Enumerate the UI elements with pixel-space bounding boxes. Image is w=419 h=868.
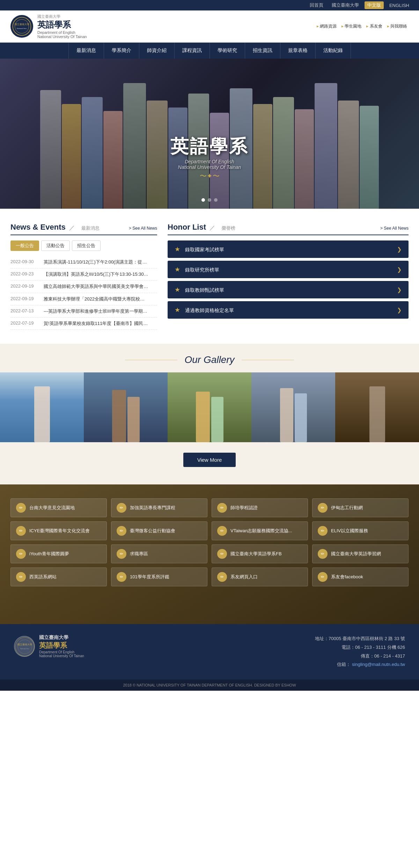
honor-btn-0[interactable]: ★ 錄取國家考試榜單 ❯ [168, 240, 409, 258]
gallery-img-1[interactable] [84, 372, 168, 442]
footer-bottom: 2018 © NATIONAL UNIVERSITY OF TAINAN DEP… [0, 680, 419, 691]
news-text-3: 雅東科技大學辦理「2022全國高中職暨大專院校臺灣礼専題報介紹獎/日文獎報比..… [44, 296, 148, 302]
footer-logo-circle: 國立臺南大學 National Univ. [14, 636, 35, 657]
hero-dot-2[interactable] [208, 198, 211, 202]
link-item-10[interactable]: ✏ 國立臺南大學英語學系FB [212, 544, 308, 563]
link-label-5: 臺灣微客公益行動協會 [130, 528, 175, 534]
news-date-3: 2022-09-19 [10, 296, 40, 302]
link-item-7[interactable]: ✏ ELIV以立國際服務 [312, 521, 409, 540]
svg-point-4 [15, 637, 34, 656]
footer-school-en: National University Of Tainan [39, 654, 84, 658]
link-label-10: 國立臺南大學英語學系FB [230, 551, 282, 557]
link-item-0[interactable]: ✏ 台南大學意見交流園地 [10, 498, 107, 517]
star-icon-3: ★ [175, 306, 180, 313]
link-item-1[interactable]: ✏ 加強英語專長專門課程 [111, 498, 207, 517]
link-label-11: 國立臺南大學英語學習網 [331, 551, 381, 557]
news-tab-2[interactable]: 招生公告 [72, 240, 101, 251]
link-label-0: 台南大學意見交流園地 [29, 505, 75, 511]
footer-logo: 國立臺南大學 National Univ. 國立臺南大學 英語學系 Depart… [14, 635, 84, 658]
link-item-3[interactable]: ✏ 伊甸志工行動網 [312, 498, 409, 517]
news-list: 2022-09-30 英語系演講-111/10/12(三)下午2:00(演講主題… [10, 256, 157, 330]
link-item-9[interactable]: ✏ 求職專區 [111, 544, 207, 563]
gallery-img-0[interactable] [0, 372, 84, 442]
news-item-2[interactable]: 2022-09-19 國立高雄師範大學英語系與中華民國英美文學學會共同主辦第30… [10, 281, 157, 293]
gallery-title: Our Gallery [184, 354, 234, 365]
link-item-15[interactable]: ✏ 系友會facebook [312, 567, 409, 586]
honor-btn-3[interactable]: ★ 通過教師資格檢定名單 ❯ [168, 301, 409, 319]
footer: 國立臺南大學 National Univ. 國立臺南大學 英語學系 Depart… [0, 624, 419, 680]
link-item-2[interactable]: ✏ 師培學程認證 [212, 498, 308, 517]
hero-section: 英語學系 Department Of English National Univ… [0, 59, 419, 209]
nav-item-3[interactable]: 課程資訊 [175, 43, 210, 59]
news-item-1[interactable]: 2022-09-23 【演講取消】英語系之III/10/5(三)下午13:30-… [10, 268, 157, 281]
honor-list: ★ 錄取國家考試榜單 ❯ ★ 錄取研究所榜單 ❯ ★ 錄取教師甄試榜單 ❯ [168, 240, 409, 319]
link-label-7: ELIV以立國際服務 [331, 528, 368, 534]
topbar-home[interactable]: 回首頁 [307, 1, 326, 9]
link-label-3: 伊甸志工行動網 [331, 505, 363, 511]
link-item-6[interactable]: ✏ VTaiwan志願服務國際交流協... [212, 521, 308, 540]
quick-link-2[interactable]: 系友會 [365, 23, 383, 30]
news-title: News & Events [10, 223, 66, 231]
gallery-divider-right [242, 360, 294, 360]
news-item-0[interactable]: 2022-09-30 英語系演講-111/10/12(三)下午2:00(演講主題… [10, 256, 157, 268]
news-separator: ／ [69, 225, 75, 231]
topbar-en[interactable]: ENGLISH [387, 2, 412, 9]
view-more-button[interactable]: View More [183, 453, 236, 467]
honor-btn-2[interactable]: ★ 錄取教師甄試榜單 ❯ [168, 281, 409, 298]
link-icon-7: ✏ [318, 526, 328, 536]
topbar-zh[interactable]: 中文版 [365, 1, 384, 9]
hero-dot-3[interactable] [214, 198, 218, 202]
honor-btn-arrow-2: ❯ [397, 287, 402, 293]
logo-text: 國立臺南大學 英語學系 Department of English Nation… [37, 14, 87, 39]
gallery-img-4[interactable] [335, 372, 419, 442]
link-icon-8: ✏ [16, 549, 26, 559]
nav-item-5[interactable]: 招生資訊 [245, 43, 280, 59]
hero-decoration: 〜✦〜 [170, 171, 249, 181]
hero-dot-1[interactable] [201, 198, 205, 202]
link-item-13[interactable]: ✏ 101學年度系所評鑑 [111, 567, 207, 586]
news-item-4[interactable]: 2022-07-13 ---英語學系大學部和進修學士班III學年度第一學期課表公… [10, 305, 157, 318]
link-item-11[interactable]: ✏ 國立臺南大學英語學習網 [312, 544, 409, 563]
header-links: 網路資源 學生園地 系友會 與我聯絡 [315, 23, 409, 30]
gallery-img-2[interactable] [168, 372, 251, 442]
footer-email-link[interactable]: singling@mail.nutn.edu.tw [352, 662, 405, 667]
footer-email-label: 信箱： [337, 662, 351, 667]
link-label-12: 西英語系網站 [29, 574, 57, 580]
nav-item-2[interactable]: 師資介紹 [139, 43, 175, 59]
nav-item-6[interactable]: 規章表格 [280, 43, 316, 59]
link-item-12[interactable]: ✏ 西英語系網站 [10, 567, 107, 586]
news-item-3[interactable]: 2022-09-19 雅東科技大學辦理「2022全國高中職暨大專院校臺灣礼専題報… [10, 293, 157, 305]
honor-see-all[interactable]: > See All News [380, 226, 409, 231]
nav-item-0[interactable]: 最新消息 [68, 43, 104, 59]
news-see-all[interactable]: > See All News [129, 226, 157, 231]
star-icon-1: ★ [175, 266, 180, 273]
nav-item-7[interactable]: 活動紀錄 [316, 43, 351, 59]
link-item-14[interactable]: ✏ 系友網頁入口 [212, 567, 308, 586]
honor-btn-content-2: ★ 錄取教師甄試榜單 [175, 286, 224, 294]
link-icon-2: ✏ [217, 503, 227, 513]
link-item-4[interactable]: ✏ ICYE臺灣國際青年文化交流會 [10, 521, 107, 540]
hero-subtitle: Department Of English [170, 159, 249, 164]
topbar-school[interactable]: 國立臺南大學 [329, 1, 362, 9]
gallery-img-3[interactable] [251, 372, 335, 442]
honor-btn-label-3: 通過教師資格檢定名單 [185, 307, 234, 313]
link-icon-14: ✏ [217, 572, 227, 582]
footer-info: 地址：70005 臺南市中西區樹林街 2 路 33 號 電話：06 - 213 … [315, 635, 405, 669]
nav-item-1[interactable]: 學系簡介 [104, 43, 139, 59]
copyright-text: 2018 © NATIONAL UNIVERSITY OF TAINAN DEP… [123, 683, 296, 687]
link-icon-11: ✏ [318, 549, 328, 559]
honor-btn-1[interactable]: ★ 錄取研究所榜單 ❯ [168, 261, 409, 278]
quick-link-1[interactable]: 學生園地 [340, 23, 363, 30]
quick-link-0[interactable]: 網路資源 [315, 23, 338, 30]
news-tab-0[interactable]: 一般公告 [10, 240, 39, 251]
links-section: ✏ 台南大學意見交流園地 ✏ 加強英語專長專門課程 ✏ 師培學程認證 ✏ 伊甸志… [0, 484, 419, 624]
news-item-5[interactable]: 2022-07-19 賀!英語學系畢業校友錄取111年度【臺南市】國民小學教師甄… [10, 318, 157, 330]
quick-link-3[interactable]: 與我聯絡 [386, 23, 409, 30]
news-subtitle: 最新消息 [81, 225, 100, 231]
link-item-5[interactable]: ✏ 臺灣微客公益行動協會 [111, 521, 207, 540]
news-column: News & Events ／ 最新消息 > See All News 一般公告… [10, 223, 157, 330]
nav-item-4[interactable]: 學術研究 [210, 43, 245, 59]
news-tab-1[interactable]: 活動公告 [41, 240, 70, 251]
link-item-8[interactable]: ✏ iYouth青年國際圓夢 [10, 544, 107, 563]
link-label-4: ICYE臺灣國際青年文化交流會 [29, 528, 90, 534]
